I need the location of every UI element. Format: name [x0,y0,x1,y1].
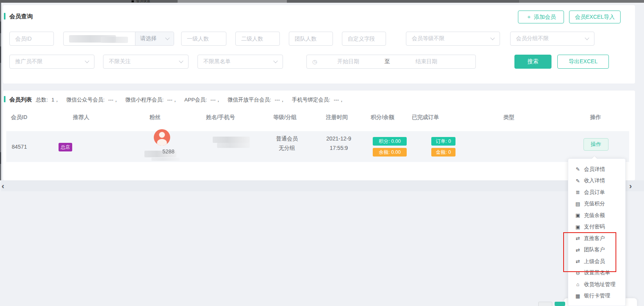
member-id-input[interactable] [9,32,54,46]
col-header-name-phone: 姓名/手机号 [206,114,235,121]
section-title-mark [4,96,5,102]
chevron-down-icon [273,59,278,63]
scroll-right-icon[interactable]: › [629,182,632,190]
custom-field-input[interactable] [342,32,386,46]
level1-count-input[interactable] [181,32,226,46]
search-button[interactable]: 搜索 [514,55,551,69]
register-time-cell: 17:55:9 [320,145,358,151]
menu-item-label: 充值余额 [584,212,605,219]
stat-value: 1， [52,97,60,103]
follow-select[interactable]: 不限关注 [103,55,189,69]
stat-label: 手机号绑定会员: [292,97,330,103]
list-icon: ≣ [575,189,581,195]
member-admin-screen: 会员设置 会员查询 ＋ 添加会员 会员EXCEL导入 请选择 会员等级不限 会员… [0,0,644,306]
menu-item-label: 银行卡管理 [584,292,610,299]
keyword-search-compound: 请选择 [63,32,174,46]
level2-count-input[interactable] [235,32,280,46]
background-confirm-button-fragment[interactable] [555,302,565,306]
chevron-down-icon [490,36,495,40]
orders-badge: 订单: 0 [431,137,455,146]
top-bar-light-segment [178,0,287,3]
edit-icon: ✎ [575,178,581,184]
member-level-value: 会员等级不限 [412,35,445,42]
keyword-input-redacted[interactable] [64,32,135,45]
blacklist-select[interactable]: 不限黑名单 [197,55,283,69]
member-id-cell: 84571 [12,144,27,150]
member-group-select[interactable]: 会员分组不限 [510,32,594,46]
add-member-label: 添加会员 [534,14,556,21]
scroll-left-icon[interactable]: ‹ [2,182,4,190]
stat-label: 微信小程序会员: [125,97,164,103]
background-cancel-button-fragment[interactable] [538,302,552,306]
chevron-down-icon [585,36,589,40]
menu-item-member-detail[interactable]: ✎ 会员详情 [568,164,625,175]
menu-item-member-orders[interactable]: ≣ 会员订单 [568,187,625,198]
menu-item-label: 会员订单 [584,189,605,196]
group-cell: 无分组 [267,145,306,152]
menu-item-payment-password[interactable]: ▣ 支付密码 [568,221,625,233]
export-excel-button[interactable]: 导出EXCEL [557,55,609,69]
name-phone-redacted [213,137,250,143]
member-settings-fragment: 会员设置 [136,0,164,3]
col-header-fans: 粉丝 [149,114,160,121]
amount-badge: 金额: 0 [431,148,455,157]
search-type-select[interactable]: 请选择 [135,32,174,45]
member-group-value: 会员分组不限 [516,35,549,42]
menu-item-recharge-points[interactable]: ▤ 充值积分 [568,198,625,210]
query-section-title: 会员查询 [9,13,33,20]
search-button-label: 搜索 [528,58,539,65]
col-header-member-id: 会员ID [11,114,27,121]
stat-value: ---， [108,97,119,103]
chevron-down-icon [85,59,89,63]
menu-item-recharge-balance[interactable]: ▣ 充值余额 [568,210,625,221]
member-settings-icon [132,0,134,2]
stat-label: 微信公众号会员: [66,97,105,103]
bankcard-icon: ▦ [575,293,581,299]
fans-number-fragment: 5288 [162,148,180,154]
plus-icon: ＋ [526,14,532,21]
col-header-orders: 已完成订单 [412,114,439,121]
col-header-reg-time: 注册时间 [326,114,348,121]
date-range-picker[interactable]: ◷ 开始日期 至 结束日期 [306,55,476,69]
section-title-mark [4,13,5,20]
table-row [6,131,629,162]
menu-item-income-detail[interactable]: ✎ 收入详情 [568,175,625,187]
export-excel-label: 导出EXCEL [569,58,598,65]
money-icon: ▣ [575,212,581,218]
promoter-value: 推广员不限 [15,58,43,65]
money-icon: ▣ [575,224,581,230]
team-count-input[interactable] [289,32,333,46]
excel-import-label: 会员EXCEL导入 [575,14,615,21]
member-level-select[interactable]: 会员等级不限 [406,32,500,46]
chevron-down-icon [165,36,169,40]
add-member-button[interactable]: ＋ 添加会员 [518,11,564,23]
stat-value: ---， [275,97,285,103]
row-action-label: 操作 [591,141,601,148]
menu-item-bank-card[interactable]: ▦ 银行卡管理 [568,290,625,302]
top-bar-fragment [0,0,644,3]
col-header-points: 积分/余额 [371,114,394,121]
level-cell: 普通会员 [267,135,306,142]
stat-label: 总数: [36,97,48,103]
promoter-select[interactable]: 推广员不限 [9,55,94,69]
clock-icon: ◷ [312,59,317,65]
top-bar-light-segment [519,0,644,3]
excel-import-button[interactable]: 会员EXCEL导入 [569,11,621,23]
menu-item-label: 会员详情 [584,166,605,173]
edit-icon: ✎ [575,166,581,172]
row-action-button[interactable]: 操作 [584,138,608,151]
start-date-placeholder[interactable]: 开始日期 [317,58,379,65]
col-header-type: 类型 [503,114,514,121]
name-phone-redacted [217,143,250,148]
stat-value: ---， [210,97,221,103]
menu-item-shipping-address[interactable]: ⌂ 收货地址管理 [568,279,625,290]
sidebar-sliver [0,3,1,180]
points-badge: 积分: 0.00 [373,137,407,146]
red-highlight-box [563,232,616,272]
blacklist-value: 不限黑名单 [203,58,231,65]
fans-nickname-redacted [151,158,180,161]
menu-item-label: 充值积分 [584,200,605,207]
end-date-placeholder[interactable]: 结束日期 [395,58,457,65]
col-header-referrer: 推荐人 [73,114,89,121]
card-icon: ▤ [575,201,581,207]
